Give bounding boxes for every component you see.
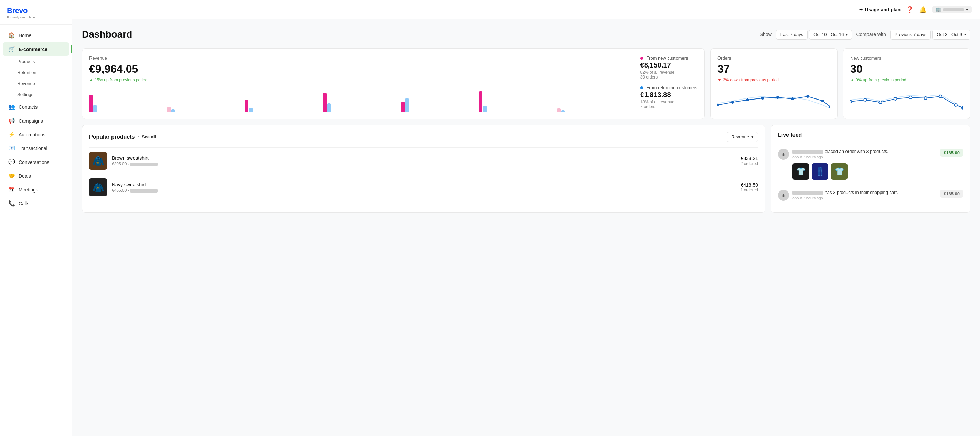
sidebar-item-ecommerce[interactable]: 🛒 E-commerce	[3, 42, 69, 56]
sidebar-item-calls[interactable]: 📞 Calls	[3, 196, 69, 210]
username-blurred	[792, 150, 823, 154]
feed-text: has 3 products in their shopping cart.	[792, 190, 898, 195]
live-feed-title: Live feed	[778, 132, 963, 138]
svg-point-0	[718, 104, 719, 106]
product-name: Brown sweatshirt	[112, 155, 736, 161]
trend-arrow-down: ▼	[718, 77, 722, 82]
bar-blue	[249, 108, 253, 112]
usage-label: Usage and plan	[865, 7, 900, 13]
sidebar-item-label: Deals	[19, 173, 31, 179]
svg-point-10	[864, 99, 867, 101]
live-feed-card: Live feed jh placed an order with 3 prod…	[771, 125, 970, 213]
compare-period-dropdown[interactable]: Previous 7 days	[890, 30, 931, 40]
bell-icon[interactable]: 🔔	[919, 6, 927, 13]
svg-point-1	[731, 101, 734, 104]
home-icon: 🏠	[8, 32, 15, 38]
user-menu[interactable]: 🏢 ▾	[932, 5, 972, 13]
svg-point-2	[746, 99, 749, 101]
logo-tagline: Formerly sendinblue	[7, 16, 65, 19]
revenue-trend: ▲ 15% up from previous period	[89, 77, 633, 82]
usage-and-plan-button[interactable]: ✦ Usage and plan	[859, 7, 900, 13]
logo-name: Brevo	[7, 6, 65, 15]
avatar: jh	[778, 190, 789, 201]
sidebar-subitem-products[interactable]: Products	[3, 56, 69, 67]
new-customers-chart	[850, 88, 963, 112]
product-image: 🧥	[89, 152, 107, 170]
orders-chart	[718, 88, 830, 112]
products-title-text: Popular products	[89, 134, 135, 140]
orders-value: 37	[718, 63, 830, 75]
sidebar-item-conversations[interactable]: 💬 Conversations	[3, 155, 69, 169]
popular-products-card: Popular products · See all Revenue ▾ 🧥 B…	[82, 125, 765, 213]
revenue-value: €9,964.05	[89, 63, 633, 75]
building-icon: 🏢	[935, 7, 941, 12]
compare-dates-dropdown[interactable]: Oct 3 - Oct 9 ▾	[932, 30, 970, 40]
avatar: jh	[778, 149, 789, 160]
period-dates-dropdown[interactable]: Oct 10 - Oct 16 ▾	[809, 30, 852, 40]
help-icon[interactable]: ❓	[906, 6, 913, 13]
bar-light-pink	[167, 107, 171, 112]
chevron-down-icon: ▾	[964, 33, 966, 37]
sidebar-item-contacts[interactable]: 👥 Contacts	[3, 100, 69, 113]
sidebar-item-meetings[interactable]: 📅 Meetings	[3, 183, 69, 196]
orders-trend: ▼ 3% down from previous period	[718, 77, 830, 82]
main-content: Dashboard Show Last 7 days Oct 10 - Oct …	[72, 19, 980, 436]
trend-arrow-up: ▲	[850, 77, 854, 82]
feed-amount: €165.00	[940, 149, 963, 157]
feed-content: placed an order with 3 products. about 3…	[792, 149, 888, 159]
svg-point-4	[776, 96, 780, 99]
svg-point-11	[879, 101, 882, 104]
sidebar: Brevo Formerly sendinblue 🏠 Home 🛒 E-com…	[0, 0, 72, 436]
bar-pink	[89, 95, 92, 112]
from-returning-label-text: From returning customers	[646, 85, 697, 90]
product-name: Navy sweatshirt	[112, 182, 736, 187]
sidebar-item-home[interactable]: 🏠 Home	[3, 29, 69, 42]
calls-icon: 📞	[8, 200, 15, 207]
feed-product-image: 👖	[812, 163, 828, 180]
revenue-filter-dropdown[interactable]: Revenue ▾	[727, 132, 758, 142]
bar-light-pink	[557, 109, 560, 112]
sidebar-item-campaigns[interactable]: 📢 Campaigns	[3, 114, 69, 128]
sidebar-item-deals[interactable]: 🤝 Deals	[3, 169, 69, 182]
svg-point-6	[806, 95, 809, 98]
product-info: Brown sweatshirt €395.00 ·	[112, 155, 736, 166]
svg-point-14	[924, 97, 927, 99]
sidebar-subitem-revenue[interactable]: Revenue	[3, 78, 69, 89]
feed-user-info: jh placed an order with 3 products. abou…	[778, 149, 937, 160]
bar-blue	[405, 98, 409, 112]
sidebar-item-transactional[interactable]: 📧 Transactional	[3, 142, 69, 155]
bar-group-5	[401, 98, 477, 112]
stats-cards: Revenue €9,964.05 ▲ 15% up from previous…	[82, 48, 970, 119]
svg-point-15	[939, 95, 942, 98]
orders-card: Orders 37 ▼ 3% down from previous period	[710, 48, 838, 119]
bottom-row: Popular products · See all Revenue ▾ 🧥 B…	[82, 125, 970, 213]
feed-content: has 3 products in their shopping cart. a…	[792, 190, 898, 200]
product-tags-blurred	[130, 189, 158, 193]
list-item: jh has 3 products in their shopping cart…	[778, 185, 963, 206]
subitem-label: Settings	[17, 92, 33, 97]
sidebar-subitem-settings[interactable]: Settings	[3, 89, 69, 100]
subitem-label: Retention	[17, 70, 37, 75]
feed-products: 👕 👖 👕	[778, 163, 963, 180]
chevron-down-icon: ▾	[966, 7, 968, 12]
sidebar-item-label: Campaigns	[19, 118, 43, 124]
sidebar-item-label: Home	[19, 33, 31, 38]
from-new-amount: €8,150.17	[640, 61, 697, 69]
list-item: jh placed an order with 3 products. abou…	[778, 144, 963, 185]
sidebar-subitem-retention[interactable]: Retention	[3, 67, 69, 78]
svg-point-3	[761, 97, 764, 99]
bar-pink	[323, 93, 326, 112]
period-dropdown[interactable]: Last 7 days	[776, 30, 808, 40]
see-all-link[interactable]: See all	[142, 134, 156, 139]
bar-pink	[479, 91, 482, 112]
feed-header: jh placed an order with 3 products. abou…	[778, 149, 963, 160]
sidebar-item-label: Conversations	[19, 160, 49, 165]
product-rev-orders: 2 ordered	[740, 161, 758, 166]
sidebar-item-automations[interactable]: ⚡ Automations	[3, 128, 69, 141]
chevron-down-icon: ▾	[751, 134, 754, 139]
from-new-label-text: From new customers	[646, 56, 688, 61]
sidebar-item-label: Meetings	[19, 187, 38, 193]
feed-time: about 3 hours ago	[792, 196, 898, 200]
from-new-customers: From new customers €8,150.17 82% of all …	[640, 56, 697, 80]
period-label: Last 7 days	[780, 32, 803, 37]
